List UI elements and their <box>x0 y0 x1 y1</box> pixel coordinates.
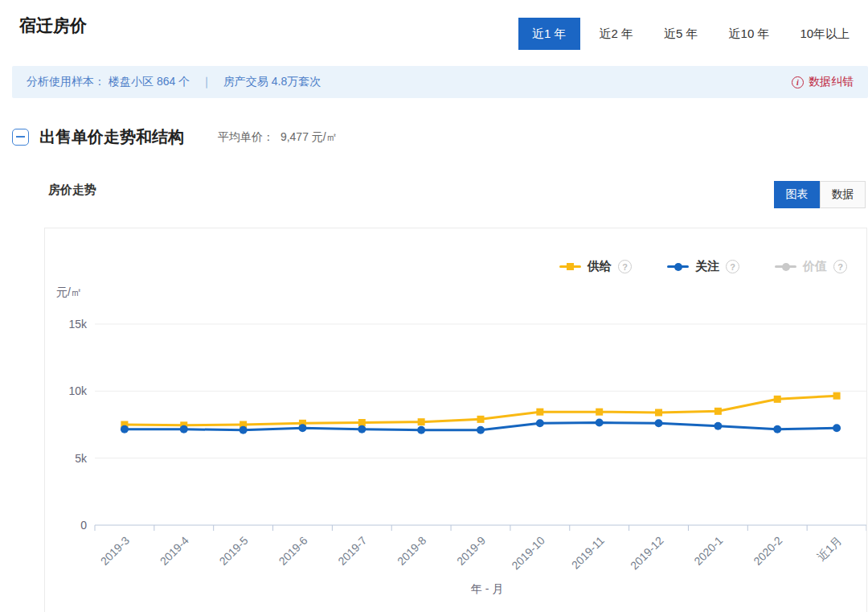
y-tick-label: 15k <box>68 318 88 331</box>
y-axis-unit: 元/㎡ <box>56 285 82 298</box>
section-title: 出售单价走势和结构 <box>39 126 184 148</box>
data-point[interactable] <box>358 425 366 433</box>
data-point[interactable] <box>536 409 543 416</box>
average-price-value: 9,477 元/㎡ <box>280 130 338 143</box>
data-point[interactable] <box>240 426 248 434</box>
time-range-tabs: 近1 年 近2 年 近5 年 近10 年 10年以上 <box>518 18 861 50</box>
x-tick-label: 近1月 <box>815 534 845 564</box>
collapse-icon[interactable] <box>12 129 29 146</box>
data-point[interactable] <box>477 416 485 423</box>
sample-label: 分析使用样本： <box>27 75 105 89</box>
data-point[interactable] <box>714 408 722 415</box>
sample-info-bar: 分析使用样本： 楼盘小区 864 个 ｜ 房产交易 4.8万套次 i 数据纠错 <box>12 66 868 98</box>
x-tick-label: 2019-11 <box>569 534 607 572</box>
data-point[interactable] <box>596 409 603 416</box>
transaction-count: 房产交易 4.8万套次 <box>223 75 321 89</box>
data-point[interactable] <box>773 425 781 433</box>
x-tick-label: 2019-7 <box>335 534 369 568</box>
x-tick-label: 2019-10 <box>509 534 547 573</box>
chart-panel: 供给 ? 关注 ? 价值 ? 05k10k15k元/㎡2019-32019-42… <box>44 228 867 612</box>
data-point[interactable] <box>833 424 841 432</box>
x-tick-label: 2019-8 <box>395 534 428 568</box>
sample-count: 楼盘小区 864 个 <box>108 75 190 89</box>
tab-10y[interactable]: 近10 年 <box>718 18 781 50</box>
data-point[interactable] <box>536 419 544 427</box>
data-correction-link[interactable]: i 数据纠错 <box>792 75 854 89</box>
tab-2y[interactable]: 近2 年 <box>588 18 645 50</box>
average-price: 平均单价： 9,477 元/㎡ <box>218 130 338 145</box>
data-correction-label: 数据纠错 <box>809 75 854 89</box>
data-point[interactable] <box>655 409 662 417</box>
chart-data-toggle: 图表 数据 <box>774 181 866 208</box>
x-tick-label: 2019-6 <box>276 534 309 568</box>
page-title: 宿迁房价 <box>19 14 87 37</box>
price-trend-line-chart[interactable]: 05k10k15k元/㎡2019-32019-42019-52019-62019… <box>45 228 866 612</box>
y-tick-label: 5k <box>75 452 88 465</box>
x-tick-label: 2019-9 <box>454 534 488 568</box>
data-point[interactable] <box>655 419 663 427</box>
tab-1y[interactable]: 近1 年 <box>518 18 580 50</box>
section-header: 出售单价走势和结构 平均单价： 9,477 元/㎡ <box>12 126 338 148</box>
x-tick-label: 2019-3 <box>98 534 132 568</box>
tab-5y[interactable]: 近5 年 <box>653 18 710 50</box>
data-point[interactable] <box>358 419 366 426</box>
average-price-label: 平均单价： <box>218 130 274 143</box>
data-point[interactable] <box>596 419 604 427</box>
info-icon: i <box>792 76 804 88</box>
toggle-chart-button[interactable]: 图表 <box>774 181 820 208</box>
x-tick-label: 2020-1 <box>691 534 725 568</box>
chart-title: 房价走势 <box>48 183 96 198</box>
y-tick-label: 10k <box>68 384 88 397</box>
separator: ｜ <box>201 75 212 89</box>
data-point[interactable] <box>714 422 722 430</box>
data-point[interactable] <box>418 418 425 425</box>
x-tick-label: 2019-12 <box>628 534 666 573</box>
toggle-data-button[interactable]: 数据 <box>820 181 866 208</box>
data-point[interactable] <box>833 392 841 400</box>
x-axis-title: 年 - 月 <box>471 582 503 595</box>
y-tick-label: 0 <box>80 519 87 532</box>
data-point[interactable] <box>477 426 485 434</box>
tab-10y-plus[interactable]: 10年以上 <box>788 18 861 50</box>
page: 宿迁房价 近1 年 近2 年 近5 年 近10 年 10年以上 分析使用样本： … <box>0 0 868 612</box>
data-point[interactable] <box>180 425 188 433</box>
x-tick-label: 2020-2 <box>751 534 784 568</box>
x-tick-label: 2019-4 <box>158 534 191 568</box>
data-point[interactable] <box>417 426 425 434</box>
data-point[interactable] <box>121 425 129 433</box>
data-point[interactable] <box>774 396 781 403</box>
x-tick-label: 2019-5 <box>217 534 251 568</box>
data-point[interactable] <box>298 424 306 432</box>
